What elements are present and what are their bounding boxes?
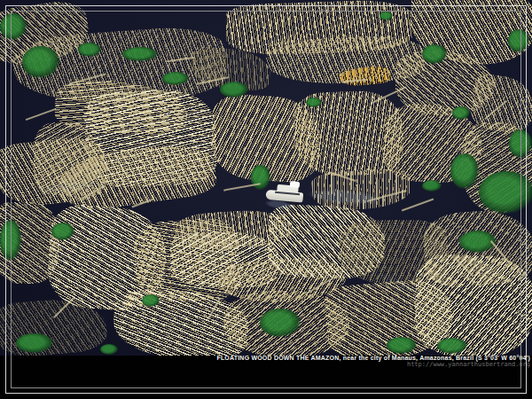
vegetation-patch <box>479 171 532 214</box>
vegetation-patch <box>437 338 467 354</box>
vegetation-patch <box>0 220 21 261</box>
wallpaper: FLOATING WOOD DOWN THE AMAZON, near the … <box>0 0 532 399</box>
boat-wheelhouse <box>290 181 301 188</box>
vegetation-patch <box>306 98 322 107</box>
stray-log <box>26 108 57 121</box>
vegetation-patch <box>422 44 447 64</box>
vegetation-patch <box>0 13 27 40</box>
vegetation-patch <box>51 223 74 240</box>
caption: FLOATING WOOD DOWN THE AMAZON, near the … <box>216 355 530 368</box>
vegetation-patch <box>452 106 470 120</box>
boat <box>262 179 315 210</box>
vegetation-patch <box>122 47 158 61</box>
vegetation-patch <box>162 72 189 85</box>
vegetation-patch <box>16 333 53 353</box>
vegetation-patch <box>142 294 160 307</box>
vegetation-patch <box>220 82 248 98</box>
vegetation-patch <box>22 46 59 78</box>
vegetation-patch <box>260 309 301 337</box>
vegetation-patch <box>387 337 417 354</box>
vegetation-patch <box>450 153 479 189</box>
log-raft <box>413 254 532 356</box>
aerial-photo <box>0 0 532 356</box>
vegetation-patch <box>509 129 532 158</box>
caption-url: http://www.yannarthusbertrand.org <box>216 362 530 368</box>
vegetation-patch <box>508 29 529 52</box>
stray-log <box>402 199 434 212</box>
vegetation-patch <box>100 344 118 355</box>
vegetation-patch <box>78 43 101 57</box>
vegetation-patch <box>379 12 393 20</box>
vegetation-patch <box>422 180 442 192</box>
